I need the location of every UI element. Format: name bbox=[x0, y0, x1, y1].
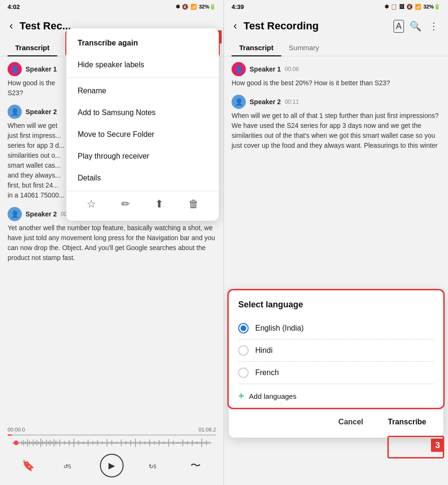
radio-english-inner bbox=[241, 325, 246, 331]
speaker-1-name: Speaker 1 bbox=[26, 65, 57, 73]
right-speaker-1-info: 👤 Speaker 1 00:06 bbox=[232, 62, 440, 76]
dialog-actions: Cancel Transcribe bbox=[238, 408, 434, 430]
select-language-dialog: Select language English (India) Hindi Fr… bbox=[229, 290, 443, 438]
right-speaker-1-text: How good is the best 20%? How is it bett… bbox=[232, 78, 440, 88]
dropdown-menu: Transcribe again Hide speaker labels Ren… bbox=[66, 28, 219, 221]
left-player-bar: 00:00.0 01:08.2 // waveform bars rendere… bbox=[0, 423, 224, 485]
menu-star-icon[interactable]: ☆ bbox=[83, 196, 100, 212]
menu-rename[interactable]: Rename bbox=[66, 80, 219, 102]
speaker-2-name: Speaker 2 bbox=[26, 108, 57, 116]
right-panel: 4:39 ✱ 📋 🖼 🔇 📶 32%🔋 ‹ Test Recording A 🔍… bbox=[224, 0, 448, 485]
left-panel: 4:02 ✱ 🔇 📶 32%🔋 ‹ Test Rec... Transcript… bbox=[0, 0, 224, 485]
play-button[interactable]: ▶ bbox=[100, 454, 124, 477]
speaker-2-avatar: 👤 bbox=[8, 105, 22, 119]
dialog-title: Select language bbox=[238, 300, 434, 310]
forward-button[interactable]: ↻5 bbox=[144, 455, 165, 476]
player-controls: 🔖 ↺5 ▶ ↻5 〜 bbox=[8, 450, 216, 483]
translate-icon[interactable]: A bbox=[394, 20, 404, 33]
waveform: // waveform bars rendered inline bbox=[8, 436, 216, 450]
menu-delete-icon[interactable]: 🗑 bbox=[185, 196, 203, 212]
svg-point-1 bbox=[14, 440, 18, 445]
right-speaker-2-name: Speaker 2 bbox=[250, 98, 281, 106]
right-search-icon[interactable]: 🔍 bbox=[408, 18, 423, 34]
right-back-button[interactable]: ‹ bbox=[232, 18, 239, 34]
right-speaker-2-time: 00:11 bbox=[285, 99, 299, 105]
svg-text:5: 5 bbox=[68, 464, 71, 469]
right-speaker-1-avatar: 👤 bbox=[232, 62, 246, 76]
right-speaker-2-avatar: 👤 bbox=[232, 95, 246, 109]
right-photo-icon: 🖼 bbox=[399, 4, 404, 9]
right-speaker-block-2: 👤 Speaker 2 00:11 When will we get to al… bbox=[232, 95, 440, 151]
right-status-bar: 4:39 ✱ 📋 🖼 🔇 📶 32%🔋 bbox=[224, 0, 448, 13]
right-speaker-1-time: 00:06 bbox=[285, 66, 299, 72]
left-time: 4:02 bbox=[8, 3, 20, 10]
bookmark-button[interactable]: 🔖 bbox=[18, 455, 38, 476]
lang-hindi-label: Hindi bbox=[255, 346, 272, 355]
label-3: 3 bbox=[431, 439, 444, 452]
left-status-icons: ✱ 🔇 📶 32%🔋 bbox=[176, 4, 216, 10]
right-status-icons: ✱ 📋 🖼 🔇 📶 32%🔋 bbox=[385, 4, 440, 10]
mute-icon: 🔇 bbox=[182, 4, 188, 10]
radio-hindi[interactable] bbox=[238, 345, 249, 356]
right-header-icons: A 🔍 ⋮ bbox=[394, 18, 440, 34]
menu-divider-1 bbox=[66, 78, 219, 78]
progress-fill bbox=[8, 434, 12, 436]
menu-icon-row: ☆ ✏ ⬆ 🗑 bbox=[66, 191, 219, 217]
menu-play-through-receiver[interactable]: Play through receiver bbox=[66, 145, 219, 167]
speaker-2b-name: Speaker 2 bbox=[26, 210, 57, 218]
speaker-1-avatar: 👤 bbox=[8, 62, 22, 76]
right-tab-summary[interactable]: Summary bbox=[281, 39, 327, 56]
progress-track[interactable] bbox=[8, 434, 216, 436]
lang-option-hindi[interactable]: Hindi bbox=[238, 339, 434, 361]
right-page-title: Test Recording bbox=[243, 20, 389, 32]
speaker-2b-avatar: 👤 bbox=[8, 207, 22, 221]
lang-english-label: English (India) bbox=[255, 324, 304, 332]
add-languages-button[interactable]: + Add languages bbox=[238, 384, 434, 404]
right-tabs: Transcript Summary bbox=[224, 39, 448, 56]
battery-icon: 32%🔋 bbox=[199, 4, 216, 10]
right-time: 4:39 bbox=[232, 3, 244, 10]
menu-add-samsung-notes[interactable]: Add to Samsung Notes bbox=[66, 102, 219, 124]
radio-french[interactable] bbox=[238, 368, 249, 378]
add-languages-label: Add languages bbox=[249, 392, 296, 400]
right-speaker-2-info: 👤 Speaker 2 00:11 bbox=[232, 95, 440, 109]
right-speaker-2-text: When will we get to all of that 1 step f… bbox=[232, 111, 440, 151]
menu-transcribe-again[interactable]: Transcribe again bbox=[66, 32, 219, 54]
left-tab-transcript[interactable]: Transcript bbox=[8, 39, 57, 56]
lang-option-french[interactable]: French bbox=[238, 361, 434, 384]
right-wifi-icon: 📶 bbox=[415, 4, 421, 10]
svg-text:↻: ↻ bbox=[149, 463, 153, 470]
radio-english[interactable] bbox=[238, 323, 249, 333]
player-time-end: 01:08.2 bbox=[198, 427, 216, 432]
menu-hide-speaker-labels[interactable]: Hide speaker labels bbox=[66, 54, 219, 76]
left-status-bar: 4:02 ✱ 🔇 📶 32%🔋 bbox=[0, 0, 224, 13]
left-back-button[interactable]: ‹ bbox=[8, 18, 15, 34]
rewind-button[interactable]: ↺5 bbox=[59, 455, 80, 476]
waveform-button[interactable]: 〜 bbox=[185, 455, 206, 476]
menu-share-icon[interactable]: ⬆ bbox=[151, 196, 167, 212]
add-plus-icon: + bbox=[238, 390, 244, 402]
lang-french-label: French bbox=[255, 368, 279, 377]
right-bluetooth-icon: ✱ bbox=[385, 4, 389, 10]
right-mute-icon: 🔇 bbox=[406, 4, 413, 10]
right-battery-icon: 32%🔋 bbox=[423, 4, 440, 10]
menu-move-secure-folder[interactable]: Move to Secure Folder bbox=[66, 124, 219, 145]
menu-edit-icon[interactable]: ✏ bbox=[117, 196, 134, 212]
bluetooth-icon: ✱ bbox=[176, 4, 180, 10]
right-nfc-icon: 📋 bbox=[391, 4, 397, 10]
player-times: 00:00.0 01:08.2 bbox=[8, 427, 216, 432]
right-tab-transcript[interactable]: Transcript bbox=[232, 39, 281, 56]
menu-details[interactable]: Details bbox=[66, 167, 219, 189]
svg-text:↺: ↺ bbox=[63, 463, 68, 470]
cancel-button[interactable]: Cancel bbox=[331, 414, 371, 430]
player-time-start: 00:00.0 bbox=[8, 427, 25, 432]
speaker-2b-text: Yet another well the number top feature,… bbox=[8, 223, 216, 263]
right-speaker-1-name: Speaker 1 bbox=[250, 65, 281, 73]
transcribe-button[interactable]: Transcribe bbox=[380, 414, 434, 430]
right-app-header: ‹ Test Recording A 🔍 ⋮ bbox=[224, 13, 448, 39]
right-more-icon[interactable]: ⋮ bbox=[427, 18, 440, 34]
wifi-icon: 📶 bbox=[190, 4, 197, 10]
right-speaker-block-1: 👤 Speaker 1 00:06 How good is the best 2… bbox=[232, 62, 440, 88]
lang-option-english[interactable]: English (India) bbox=[238, 317, 434, 339]
svg-text:5: 5 bbox=[153, 464, 156, 469]
